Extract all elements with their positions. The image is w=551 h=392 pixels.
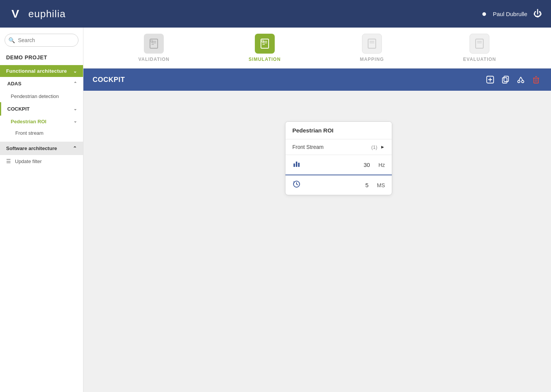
euphilia-logo-icon: V <box>9 6 24 21</box>
svg-rect-21 <box>504 76 509 82</box>
roi-card-title: Pedestrian ROI <box>285 122 392 139</box>
update-filter-label: Update filter <box>15 158 42 164</box>
front-stream-row-label: Front Stream <box>292 144 324 150</box>
pedestrian-roi-card: Pedestrian ROI Front Stream (1) ► <box>285 121 392 195</box>
header-right: ● Paul Dubrulle ⏻ <box>482 9 542 19</box>
sidebar-item-pedestrian-roi[interactable]: Pedestrian ROI ⌄ <box>0 116 83 127</box>
adas-label: ADAS <box>7 81 21 87</box>
svg-rect-22 <box>502 78 507 83</box>
functional-architecture-label: Functionnal architecture <box>6 68 67 74</box>
pedestrian-roi-label: Pedestrian ROI <box>11 119 46 124</box>
tab-mapping[interactable]: MAPPING <box>360 34 384 62</box>
tab-validation[interactable]: VALIDATION <box>138 34 170 62</box>
roi-hz-row: 30 Hz <box>285 155 392 175</box>
bar-chart-icon <box>292 160 301 170</box>
search-icon: 🔍 <box>8 37 15 43</box>
tab-evaluation[interactable]: EVALUATION <box>463 34 496 62</box>
sidebar: 🔍 DEMO PROJET Functionnal architecture ⌄… <box>0 28 83 392</box>
add-button[interactable] <box>484 74 496 85</box>
svg-text:V: V <box>11 7 19 20</box>
delete-button[interactable] <box>530 74 542 85</box>
front-stream-count: (1) <box>371 144 377 150</box>
svg-line-25 <box>519 77 521 80</box>
evaluation-label: EVALUATION <box>463 57 496 62</box>
search-input[interactable] <box>5 34 78 47</box>
search-box: 🔍 <box>5 34 78 47</box>
user-avatar-icon[interactable]: ● <box>482 9 487 19</box>
hz-value: 30 <box>364 162 370 168</box>
cut-button[interactable] <box>515 74 527 85</box>
sidebar-item-update-filter[interactable]: ☰ Update filter <box>0 155 83 167</box>
svg-line-26 <box>521 77 523 80</box>
functional-architecture-section[interactable]: Functionnal architecture ⌄ <box>0 65 83 77</box>
pedestrian-roi-chevron: ⌄ <box>73 119 77 124</box>
page-title: COCKPIT <box>93 76 125 84</box>
adas-chevron: ⌃ <box>73 81 77 86</box>
copy-button[interactable] <box>500 74 511 85</box>
svg-rect-7 <box>261 39 269 48</box>
logo-text: euphilia <box>28 8 66 20</box>
sidebar-item-front-stream[interactable]: Front stream <box>0 127 83 139</box>
content-header: COCKPIT <box>83 69 551 91</box>
top-tabs: VALIDATION SIMULATION <box>83 28 551 69</box>
hz-unit: Hz <box>378 162 385 168</box>
cockpit-label: COCKPIT <box>7 106 30 112</box>
content-area: VALIDATION SIMULATION <box>83 28 551 392</box>
validation-label: VALIDATION <box>138 57 170 62</box>
app-header: V euphilia ● Paul Dubrulle ⏻ <box>0 0 551 28</box>
roi-front-stream-row[interactable]: Front Stream (1) ► <box>285 139 392 155</box>
svg-rect-12 <box>368 39 376 48</box>
pedestrian-detection-label: Pendestrian detection <box>11 93 59 99</box>
svg-rect-32 <box>293 163 295 167</box>
svg-point-23 <box>518 80 520 83</box>
svg-rect-15 <box>476 39 483 48</box>
roi-ms-row: 5 MS <box>285 175 392 195</box>
filter-icon: ☰ <box>6 158 11 164</box>
front-stream-row-right: (1) ► <box>371 144 385 150</box>
software-architecture-section[interactable]: Software architecture ⌃ <box>0 142 83 155</box>
svg-rect-33 <box>296 162 297 167</box>
svg-rect-34 <box>298 163 300 167</box>
user-name: Paul Dubrulle <box>493 11 527 17</box>
cockpit-chevron: ⌄ <box>73 106 77 111</box>
validation-icon <box>144 34 164 54</box>
svg-line-37 <box>297 184 298 185</box>
evaluation-icon <box>469 34 489 54</box>
simulation-icon <box>255 34 275 54</box>
svg-rect-2 <box>150 39 158 48</box>
power-icon[interactable]: ⏻ <box>533 9 542 19</box>
mapping-icon <box>362 34 382 54</box>
main-layout: 🔍 DEMO PROJET Functionnal architecture ⌄… <box>0 28 551 392</box>
software-architecture-chevron: ⌃ <box>73 145 77 151</box>
simulation-label: SIMULATION <box>249 57 281 62</box>
clock-icon <box>292 180 301 190</box>
project-name: DEMO PROJET <box>0 53 83 65</box>
sidebar-item-pedestrian-detection[interactable]: Pendestrian detection <box>0 90 83 102</box>
ms-value: 5 <box>365 182 368 188</box>
mapping-label: MAPPING <box>360 57 384 62</box>
software-architecture-label: Software architecture <box>6 145 57 151</box>
svg-point-24 <box>522 80 524 83</box>
front-stream-label: Front stream <box>15 130 44 136</box>
cockpit-group-header[interactable]: COCKPIT ⌄ <box>0 102 83 116</box>
ms-unit: MS <box>377 182 385 188</box>
logo-area: V euphilia <box>9 6 66 21</box>
tab-simulation[interactable]: SIMULATION <box>249 34 281 62</box>
svg-rect-27 <box>534 78 538 83</box>
functional-architecture-chevron: ⌄ <box>73 69 77 74</box>
content-actions <box>484 74 542 85</box>
canvas-area: Pedestrian ROI Front Stream (1) ► <box>83 91 551 392</box>
front-stream-arrow-icon: ► <box>380 144 385 150</box>
adas-group-header[interactable]: ADAS ⌃ <box>0 77 83 90</box>
